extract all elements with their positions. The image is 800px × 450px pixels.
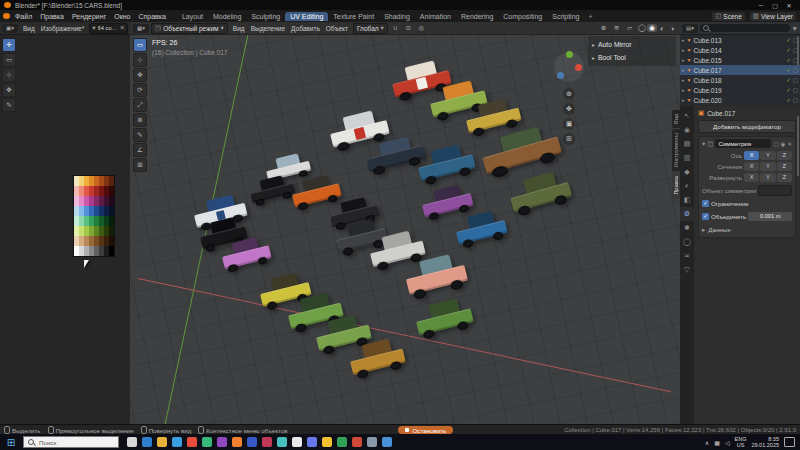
merge-threshold-field[interactable]: 0.001 m	[748, 212, 792, 221]
workspace-tab-scripting[interactable]: Scripting	[547, 12, 584, 21]
taskbar-app-5[interactable]	[187, 437, 197, 447]
move-tool[interactable]: ✥	[2, 83, 16, 97]
outliner-search[interactable]	[700, 24, 790, 32]
car-coupe-purple[interactable]	[419, 182, 474, 221]
axis-x-handle[interactable]	[575, 64, 582, 71]
start-button[interactable]: ⊞	[3, 434, 19, 450]
xray-icon[interactable]: ▱	[624, 24, 635, 32]
viewport-menu-Добавить[interactable]: Добавить	[288, 25, 323, 32]
outliner-item[interactable]: ▸▼Cube.014✓▢	[680, 45, 800, 55]
display-realtime-icon[interactable]: ◉	[781, 141, 786, 147]
add-cube-tool[interactable]: ⊞	[133, 158, 147, 172]
merge-checkbox[interactable]: ✓	[702, 213, 709, 220]
workspace-tab-shading[interactable]: Shading	[379, 12, 415, 21]
tab-object[interactable]: ◧	[680, 193, 694, 207]
car-truck-blue[interactable]	[415, 142, 477, 187]
visibility-check-icon[interactable]: ✓	[786, 47, 791, 53]
tab-output[interactable]: ▤	[680, 137, 694, 151]
axis-toggle-z[interactable]: Z	[777, 151, 792, 160]
network-icon[interactable]: ▦	[714, 439, 720, 446]
pivot-icon[interactable]: ⊙	[403, 24, 414, 32]
expand-icon[interactable]: ▾	[702, 140, 705, 148]
modifier-name-field[interactable]: Симметрия	[715, 139, 771, 148]
axis-z-handle[interactable]	[557, 72, 564, 79]
workspace-tab-layout[interactable]: Layout	[177, 12, 208, 21]
tab-view-layer[interactable]: ▥	[680, 151, 694, 165]
remove-modifier-icon[interactable]: ✕	[787, 141, 792, 147]
wireframe-shading[interactable]: ◯	[637, 24, 647, 32]
npanel-section-bool-tool[interactable]: ▸Bool Tool	[588, 51, 676, 64]
sidebar-tab-Инструменты[interactable]: Инструменты	[672, 129, 680, 171]
taskbar-app-18[interactable]	[382, 437, 392, 447]
taskbar-app-12[interactable]	[292, 437, 302, 447]
tab-particles[interactable]: ✱	[680, 221, 694, 235]
editor-type-button[interactable]: ▦▾	[133, 24, 149, 33]
outliner-scrollbar[interactable]	[797, 36, 799, 66]
taskbar-search[interactable]	[23, 436, 119, 448]
tab-object-data[interactable]: ▽	[680, 263, 694, 277]
car-truck-military[interactable]	[506, 168, 573, 217]
outliner-item[interactable]: ▸▼Cube.019✓▢	[680, 85, 800, 95]
outliner-item[interactable]: ▸▼Cube.018✓▢	[680, 75, 800, 85]
axis-toggle-y[interactable]: Y	[760, 173, 775, 182]
outliner-item[interactable]: ▸▼Cube.015✓▢	[680, 55, 800, 65]
transform-tool[interactable]: ⊕	[133, 113, 147, 127]
tab-modifiers[interactable]: ⚙	[680, 207, 694, 221]
select-box-tool[interactable]: ▭	[2, 53, 16, 67]
visibility-check-icon[interactable]: ✓	[786, 87, 791, 93]
taskbar-app-14[interactable]	[322, 437, 332, 447]
notifications-icon[interactable]	[784, 437, 795, 447]
outliner[interactable]: ▤▾ ▼ ▸▼Cube.013✓▢▸▼Cube.014✓▢▸▼Cube.015✓…	[680, 22, 800, 107]
taskbar-app-10[interactable]	[262, 437, 272, 447]
taskbar-app-16[interactable]	[352, 437, 362, 447]
tab-render[interactable]: ◉	[680, 123, 694, 137]
menu-Файл[interactable]: Файл	[11, 13, 36, 20]
taskbar-app-4[interactable]	[172, 437, 182, 447]
car-sedan-black[interactable]	[248, 173, 296, 207]
clipping-checkbox[interactable]: ✓	[702, 200, 709, 207]
viewport-menu-Объект[interactable]: Объект	[323, 25, 351, 32]
properties-scrollbar[interactable]	[797, 116, 799, 176]
car-sedan-blue[interactable]	[453, 208, 509, 249]
outliner-item[interactable]: ▸▼Cube.017✓▢	[680, 65, 800, 75]
screen-icon[interactable]: ▢	[793, 67, 798, 73]
clock[interactable]: 8:35 29.01.2025	[751, 436, 779, 448]
taskbar-app-8[interactable]	[232, 437, 242, 447]
editor-type-button[interactable]: ▣▾	[2, 24, 18, 33]
add-modifier-button[interactable]: Добавить модификатор	[698, 120, 796, 133]
orientation-selector[interactable]: Глобал ▾	[353, 23, 388, 34]
show-gizmo-icon[interactable]: ⊕	[598, 24, 609, 32]
unlink-image-icon[interactable]: ✕	[120, 24, 125, 32]
tab-constraints[interactable]: ≍	[680, 249, 694, 263]
image-selector[interactable]: ▾ 64 color pixel.png ✕	[89, 23, 128, 34]
axis-toggle-x[interactable]: X	[744, 162, 759, 171]
blender-app-icon[interactable]	[3, 13, 10, 19]
rotate-tool[interactable]: ⟳	[133, 83, 147, 97]
axis-toggle-z[interactable]: Z	[777, 173, 792, 182]
workspace-tab-rendering[interactable]: Rendering	[456, 12, 498, 21]
solid-shading[interactable]: ◉	[647, 24, 657, 32]
axis-toggle-z[interactable]: Z	[777, 162, 792, 171]
select-box-tool[interactable]: ▭	[133, 38, 147, 52]
visibility-check-icon[interactable]: ✓	[786, 77, 791, 83]
annotate-tool[interactable]: ✎	[133, 128, 147, 142]
move-tool[interactable]: ✥	[133, 68, 147, 82]
taskbar-app-1[interactable]	[127, 437, 137, 447]
visibility-check-icon[interactable]: ✓	[786, 37, 791, 43]
data-section-header[interactable]: ▸ Данные	[702, 224, 792, 235]
viewport-menu-Вид[interactable]: Вид	[230, 25, 248, 32]
filter-icon[interactable]: ▼	[792, 25, 798, 32]
menu-Правка[interactable]: Правка	[36, 13, 68, 20]
workspace-tab-sculpting[interactable]: Sculpting	[246, 12, 285, 21]
taskbar-app-7[interactable]	[217, 437, 227, 447]
mirror-object-field[interactable]	[758, 185, 792, 196]
annotate-tool[interactable]: ✎	[2, 98, 16, 112]
axis-toggle-x[interactable]: X	[744, 151, 759, 160]
axis-toggle-x[interactable]: X	[744, 173, 759, 182]
taskbar-app-13[interactable]	[307, 437, 317, 447]
workspace-tab-texture-paint[interactable]: Texture Paint	[328, 12, 379, 21]
tab-world[interactable]: ◐	[680, 179, 694, 193]
workspace-tab-modeling[interactable]: Modeling	[208, 12, 246, 21]
rendered-shading[interactable]: ◑	[667, 25, 677, 32]
screen-icon[interactable]: ▢	[793, 97, 798, 103]
